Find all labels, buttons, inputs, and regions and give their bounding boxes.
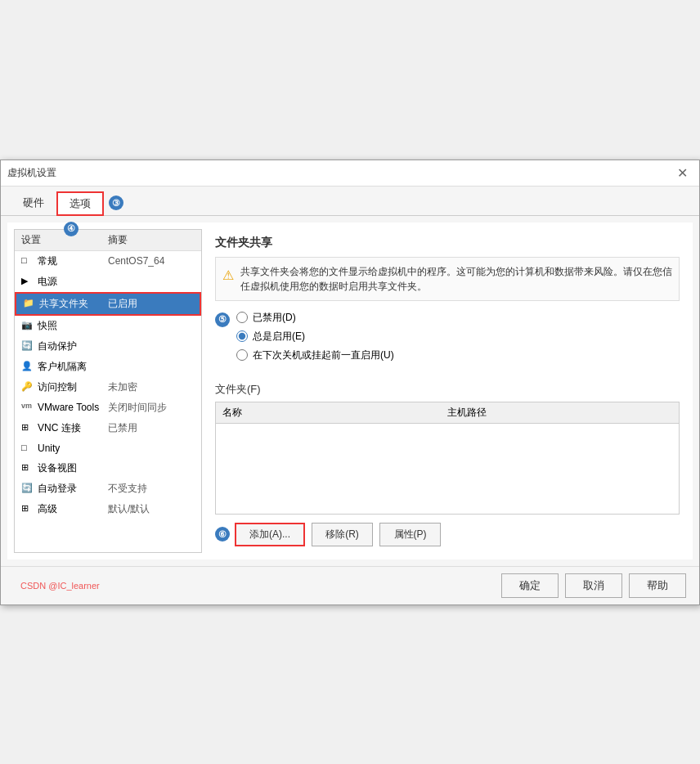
button-area: ⑥ 添加(A)... 移除(R) 属性(P): [215, 523, 680, 546]
vnc-value: 已禁用: [108, 421, 195, 435]
shared-folder-value: 已启用: [108, 297, 193, 311]
folder-section-title: 文件夹(F): [215, 382, 680, 397]
general-icon: □: [21, 255, 34, 267]
power-icon: ▶: [21, 276, 34, 287]
right-panel: 文件夹共享 ⚠ 共享文件夹会将您的文件显示给虚拟机中的程序。这可能为您的计算机和…: [209, 229, 686, 553]
folder-table-header: 名称 主机路径: [216, 402, 679, 424]
advanced-icon: ⊞: [21, 503, 34, 515]
radio-always-input[interactable]: [236, 330, 248, 342]
annotation-6: ⑥: [215, 527, 230, 542]
menu-item-access-control[interactable]: 🔑 访问控制 未加密: [15, 377, 201, 398]
radio-until-input[interactable]: [236, 349, 248, 361]
left-panel-header: 设置 摘要: [15, 230, 201, 251]
help-button[interactable]: 帮助: [629, 573, 686, 598]
folder-table: 名称 主机路径: [215, 402, 680, 515]
watermark: CSDN @IC_learner: [20, 581, 100, 591]
radio-disabled[interactable]: 已禁用(D): [236, 311, 394, 325]
annotation-4: ④: [64, 222, 79, 236]
autoprotect-icon: 🔄: [21, 340, 34, 352]
radio-group: 已禁用(D) 总是启用(E) 在下次关机或挂起前一直启用(U): [233, 311, 401, 372]
vmtools-value: 关闭时间同步: [108, 401, 195, 415]
col-summary: 摘要: [108, 233, 195, 247]
menu-item-general[interactable]: □ 常规 CentOS7_64: [15, 251, 201, 272]
add-button[interactable]: 添加(A)...: [235, 523, 305, 546]
menu-item-autoprotect[interactable]: 🔄 自动保护: [15, 336, 201, 357]
autologin-value: 不受支持: [108, 482, 195, 496]
radio-always[interactable]: 总是启用(E): [236, 330, 394, 344]
snapshot-icon: 📷: [21, 320, 34, 331]
window-title: 虚拟机设置: [7, 166, 56, 180]
title-bar: 虚拟机设置 ✕: [1, 160, 699, 187]
menu-item-vmware-tools[interactable]: vm VMware Tools 关闭时间同步: [15, 398, 201, 418]
folder-section: 文件夹(F) 名称 主机路径: [215, 382, 680, 515]
warning-icon: ⚠: [222, 266, 234, 294]
menu-item-device-view[interactable]: ⊞ 设备视图: [15, 458, 201, 479]
access-icon: 🔑: [21, 381, 34, 393]
action-buttons: 添加(A)... 移除(R) 属性(P): [235, 523, 441, 546]
shared-folder-icon: 📁: [23, 298, 36, 309]
annotation-3: ③: [109, 195, 123, 210]
cancel-button[interactable]: 取消: [565, 573, 622, 598]
menu-item-autologin[interactable]: 🔄 自动登录 不受支持: [15, 479, 201, 499]
tab-options[interactable]: 选项: [56, 191, 104, 216]
main-content: ④ 设置 摘要 □ 常规 CentOS7_64 ▶ 电源: [7, 222, 693, 560]
radio-disabled-input[interactable]: [236, 312, 248, 323]
col-setting: 设置: [21, 233, 108, 247]
section-title: 文件夹共享: [215, 236, 680, 250]
menu-item-vnc[interactable]: ⊞ VNC 连接 已禁用: [15, 418, 201, 438]
left-panel: ④ 设置 摘要 □ 常规 CentOS7_64 ▶ 电源: [14, 229, 202, 553]
tab-hardware[interactable]: 硬件: [11, 191, 56, 215]
menu-item-advanced[interactable]: ⊞ 高级 默认/默认: [15, 499, 201, 519]
annotation-5: ⑤: [215, 312, 230, 327]
main-window: 虚拟机设置 ✕ 硬件 选项 ③ ④ 设置 摘要 □ 常规: [0, 160, 700, 605]
advanced-value: 默认/默认: [108, 502, 195, 516]
remove-button[interactable]: 移除(R): [312, 523, 373, 546]
menu-item-power[interactable]: ▶ 电源: [15, 272, 201, 292]
badge-3-annotation: ③: [104, 191, 128, 215]
col-name: 名称: [222, 406, 447, 420]
bottom-bar: CSDN @IC_learner 确定 取消 帮助: [1, 566, 699, 604]
menu-item-shared-folder[interactable]: 📁 共享文件夹 已启用: [15, 292, 201, 316]
warning-text: 共享文件夹会将您的文件显示给虚拟机中的程序。这可能为您的计算机和数据带来风险。请…: [240, 264, 672, 294]
autologin-icon: 🔄: [21, 483, 34, 494]
menu-item-unity[interactable]: □ Unity: [15, 438, 201, 458]
close-button[interactable]: ✕: [672, 164, 693, 182]
unity-icon: □: [21, 443, 34, 454]
warning-box: ⚠ 共享文件夹会将您的文件显示给虚拟机中的程序。这可能为您的计算机和数据带来风险…: [215, 257, 680, 301]
folder-table-body: [216, 424, 679, 514]
ok-button[interactable]: 确定: [501, 573, 559, 598]
radio-until-off[interactable]: 在下次关机或挂起前一直启用(U): [236, 348, 394, 362]
col-host-path: 主机路径: [447, 406, 672, 420]
general-value: CentOS7_64: [108, 255, 195, 267]
properties-button[interactable]: 属性(P): [379, 523, 441, 546]
vmtools-icon: vm: [21, 402, 34, 413]
vnc-icon: ⊞: [21, 422, 34, 434]
menu-item-snapshot[interactable]: 📷 快照: [15, 316, 201, 336]
isolation-icon: 👤: [21, 361, 34, 372]
device-icon: ⊞: [21, 462, 34, 474]
access-value: 未加密: [108, 380, 195, 394]
menu-item-isolation[interactable]: 👤 客户机隔离: [15, 357, 201, 377]
tab-bar: 硬件 选项 ③: [1, 187, 699, 216]
